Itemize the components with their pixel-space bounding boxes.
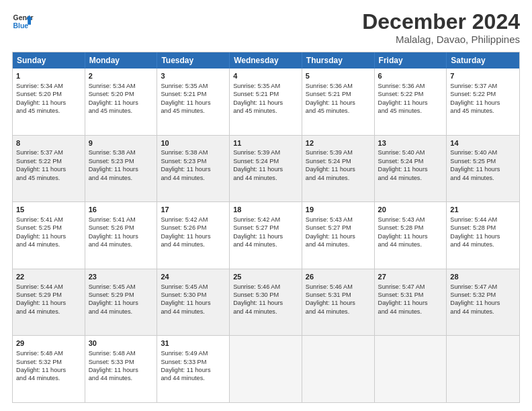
title-block: December 2024 Malalag, Davao, Philippine… (362, 11, 520, 45)
day-info-line: Sunrise: 5:46 AM (233, 283, 280, 290)
day-info-line: Sunset: 5:20 PM (16, 91, 62, 97)
header-day-friday: Friday (375, 52, 447, 68)
day-info-line: and 44 minutes. (161, 308, 204, 315)
day-info-line: Daylight: 11 hours (233, 99, 283, 106)
day-cell-22: 22Sunrise: 5:44 AMSunset: 5:29 PMDayligh… (13, 269, 85, 336)
day-number: 14 (450, 138, 516, 148)
day-info-line: Daylight: 11 hours (16, 233, 66, 240)
day-info-line: Sunset: 5:23 PM (161, 158, 206, 165)
day-number: 20 (378, 205, 443, 215)
day-info-line: Sunset: 5:24 PM (306, 158, 351, 165)
day-info-line: Sunrise: 5:40 AM (450, 149, 497, 156)
day-cell-28: 28Sunrise: 5:47 AMSunset: 5:32 PMDayligh… (447, 269, 519, 336)
day-info-line: and 44 minutes. (306, 175, 349, 181)
logo-icon: General Blue (12, 11, 34, 32)
day-info-line: Sunrise: 5:43 AM (378, 216, 425, 223)
calendar-header: SundayMondayTuesdayWednesdayThursdayFrid… (13, 52, 519, 68)
day-info-line: and 44 minutes. (378, 241, 422, 248)
header-day-saturday: Saturday (447, 52, 519, 68)
day-info-line: Daylight: 11 hours (233, 300, 283, 306)
day-cell-10: 10Sunrise: 5:38 AMSunset: 5:23 PMDayligh… (157, 136, 230, 202)
day-info-line: Sunrise: 5:36 AM (378, 83, 425, 89)
day-info-line: Sunset: 5:30 PM (161, 291, 206, 298)
day-info-line: Sunset: 5:22 PM (450, 91, 496, 97)
day-info-line: and 44 minutes. (16, 241, 60, 248)
day-info-line: and 44 minutes. (161, 175, 204, 181)
empty-cell (447, 336, 519, 402)
day-info-line: and 45 minutes. (16, 107, 60, 114)
day-number: 9 (89, 138, 154, 148)
day-number: 27 (378, 272, 443, 282)
day-cell-4: 4Sunrise: 5:35 AMSunset: 5:21 PMDaylight… (230, 68, 302, 135)
day-info-line: Daylight: 11 hours (161, 233, 210, 240)
day-number: 7 (450, 71, 516, 81)
day-info-line: Sunrise: 5:34 AM (16, 83, 63, 89)
day-cell-18: 18Sunrise: 5:42 AMSunset: 5:27 PMDayligh… (230, 202, 302, 269)
day-number: 12 (306, 138, 371, 148)
day-info-line: Sunset: 5:21 PM (233, 91, 279, 97)
day-info-line: Sunrise: 5:39 AM (233, 149, 280, 156)
day-info-line: Daylight: 11 hours (306, 99, 355, 106)
day-info-line: and 44 minutes. (161, 241, 204, 248)
day-info-line: Daylight: 11 hours (89, 367, 138, 373)
day-number: 30 (89, 338, 154, 349)
day-info-line: Daylight: 11 hours (306, 300, 355, 306)
day-info-line: Sunrise: 5:45 AM (161, 283, 208, 290)
day-info-line: and 44 minutes. (16, 375, 60, 381)
day-info-line: Sunrise: 5:47 AM (450, 283, 497, 290)
day-cell-29: 29Sunrise: 5:48 AMSunset: 5:32 PMDayligh… (13, 336, 85, 402)
day-info-line: Daylight: 11 hours (306, 233, 355, 240)
calendar-body: 1Sunrise: 5:34 AMSunset: 5:20 PMDaylight… (13, 68, 519, 402)
day-info-line: and 45 minutes. (16, 175, 60, 181)
day-info-line: Daylight: 11 hours (233, 233, 283, 240)
day-number: 15 (16, 205, 81, 215)
day-cell-8: 8Sunrise: 5:37 AMSunset: 5:22 PMDaylight… (13, 136, 85, 202)
day-info-line: Sunset: 5:31 PM (306, 291, 351, 298)
day-info-line: Sunrise: 5:42 AM (233, 216, 280, 223)
day-info-line: Daylight: 11 hours (16, 99, 66, 106)
calendar-subtitle: Malalag, Davao, Philippines (362, 34, 520, 45)
day-info-line: Daylight: 11 hours (16, 300, 66, 306)
day-info-line: Sunrise: 5:44 AM (16, 283, 63, 290)
day-info-line: Sunrise: 5:48 AM (89, 350, 136, 357)
day-number: 28 (450, 272, 516, 282)
header-day-thursday: Thursday (302, 52, 375, 68)
day-info-line: and 44 minutes. (450, 308, 494, 315)
day-cell-6: 6Sunrise: 5:36 AMSunset: 5:22 PMDaylight… (375, 68, 447, 135)
day-number: 17 (161, 205, 226, 215)
day-cell-3: 3Sunrise: 5:35 AMSunset: 5:21 PMDaylight… (157, 68, 230, 135)
day-info-line: Sunrise: 5:46 AM (306, 283, 353, 290)
day-info-line: Sunset: 5:24 PM (233, 158, 279, 165)
day-info-line: and 45 minutes. (233, 107, 277, 114)
day-info-line: and 45 minutes. (89, 107, 132, 114)
day-number: 19 (306, 205, 371, 215)
day-info-line: Sunset: 5:28 PM (450, 224, 496, 231)
day-number: 25 (233, 272, 298, 282)
day-info-line: Daylight: 11 hours (16, 367, 66, 373)
page: General Blue December 2024 Malalag, Dava… (0, 0, 532, 411)
day-number: 6 (378, 71, 443, 81)
day-info-line: Sunrise: 5:48 AM (16, 350, 63, 357)
day-cell-30: 30Sunrise: 5:48 AMSunset: 5:33 PMDayligh… (85, 336, 158, 402)
day-number: 4 (233, 71, 298, 81)
header-day-monday: Monday (85, 52, 158, 68)
day-info-line: Daylight: 11 hours (161, 99, 210, 106)
day-info-line: Daylight: 11 hours (233, 166, 283, 173)
day-info-line: Daylight: 11 hours (378, 99, 428, 106)
day-info-line: Daylight: 11 hours (161, 300, 210, 306)
day-info-line: Sunset: 5:26 PM (89, 224, 134, 231)
day-info-line: and 44 minutes. (233, 241, 277, 248)
day-cell-1: 1Sunrise: 5:34 AMSunset: 5:20 PMDaylight… (13, 68, 85, 135)
day-info-line: Daylight: 11 hours (450, 166, 500, 173)
day-cell-21: 21Sunrise: 5:44 AMSunset: 5:28 PMDayligh… (447, 202, 519, 269)
day-info-line: and 45 minutes. (306, 107, 349, 114)
day-info-line: and 44 minutes. (16, 308, 60, 315)
day-info-line: Sunrise: 5:39 AM (306, 149, 353, 156)
day-number: 16 (89, 205, 154, 215)
empty-cell (375, 336, 447, 402)
day-info-line: Sunrise: 5:43 AM (306, 216, 353, 223)
day-info-line: and 44 minutes. (378, 308, 422, 315)
day-info-line: Daylight: 11 hours (89, 99, 138, 106)
day-info-line: and 44 minutes. (450, 241, 494, 248)
day-cell-9: 9Sunrise: 5:38 AMSunset: 5:23 PMDaylight… (85, 136, 158, 202)
